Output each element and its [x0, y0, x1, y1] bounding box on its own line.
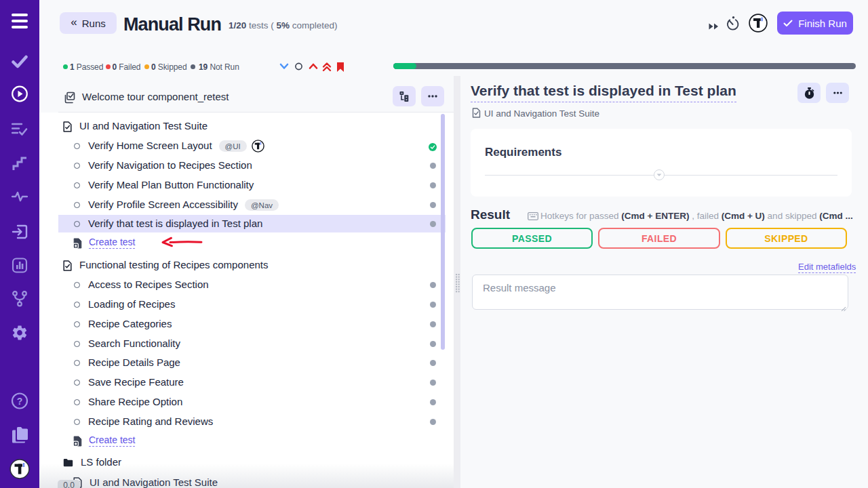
svg-text:?: ?: [17, 396, 23, 407]
